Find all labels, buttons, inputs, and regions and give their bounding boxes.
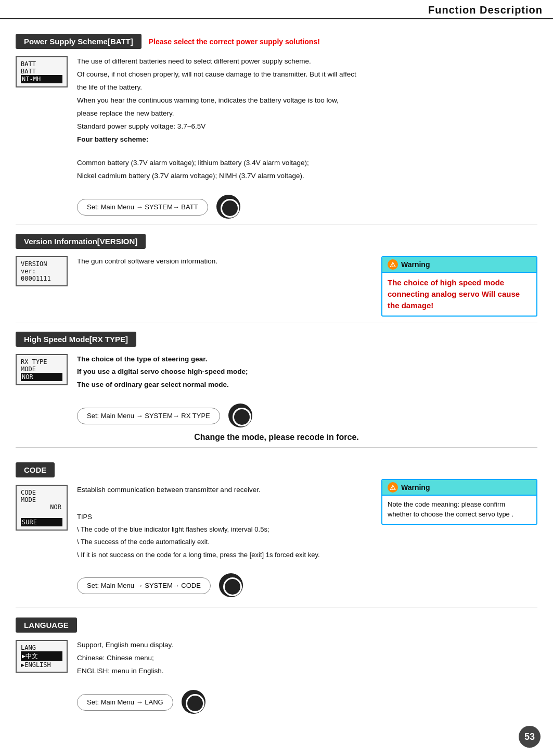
hs-line-3: NOR [21,373,62,381]
lang-line-2: ▶中文 [21,651,62,661]
ps-line-1: The use of different batteries need to s… [77,56,537,67]
language-text: Support, English menu display. Chinese: … [77,640,537,714]
screen-line-2: BATT [21,68,62,75]
version-content: VERSION ver: 00001111 The gun control so… [16,256,537,316]
lang-body-2: Chinese: Chinese menu; [77,653,537,664]
code-warning-title-bar: ⚠ Warning [382,480,536,496]
code-tip-3: \ If it is not success on the code for a… [77,550,373,560]
high-speed-content: RX TYPE MODE NOR The choice of the type … [16,354,537,428]
main-content: Power Supply Scheme[BATT] Please select … [0,19,553,735]
power-supply-set-path: Set: Main Menu → SYSTEM→ BATT [77,199,208,216]
code-line-4: SURE [21,518,62,526]
page-number: 53 [519,726,541,748]
high-speed-set-path: Set: Main Menu → SYSTEM→ RX TYPE [77,408,220,424]
code-line-1: CODE [21,489,62,496]
divider-1 [16,224,537,224]
code-warning-label: Warning [401,483,430,492]
high-speed-text: The choice of the type of steering gear.… [77,354,537,428]
power-supply-title: Power Supply Scheme[BATT] [16,34,142,49]
version-warning: ⚠ Warning The choice of high speed mode … [381,256,537,316]
code-screen: CODE MODE NOR SURE [16,485,68,531]
divider-4 [16,608,537,608]
high-speed-title: High Speed Mode[RX TYPE] [16,332,136,347]
lang-body-3: ENGLISH: menu in English. [77,666,537,677]
version-body: The gun control software version informa… [77,256,373,267]
screen-line-3: NI-MH [21,75,62,83]
code-line-2: MODE [21,496,62,503]
code-body: Establish communication between transmit… [77,485,373,496]
hs-body-3: The use of ordinary gear select normal m… [77,380,537,390]
lang-body-1: Support, English menu display. [77,640,537,651]
divider-3 [16,447,537,448]
version-inner-row: VERSION ver: 00001111 The gun control so… [16,256,373,286]
code-tip-1: \ The code of the blue indicator light f… [77,524,373,535]
code-warning-icon: ⚠ [388,482,398,493]
power-supply-screen: BATT BATT NI-MH [16,56,68,87]
code-tip-2: \ The success of the code automatically … [77,537,373,547]
version-text: The gun control software version informa… [77,256,373,269]
hs-line-2: MODE [21,366,62,373]
language-screen: LANG ▶中文 ▶ENGLISH [16,640,68,673]
language-title: LANGUAGE [16,618,77,633]
code-warning-box: ⚠ Warning Note the code meaning: please … [381,479,537,525]
code-section-header: CODE [16,462,373,477]
screen-line-1: BATT [21,60,62,68]
code-warning: ⚠ Warning Note the code meaning: please … [381,453,537,525]
power-supply-subtitle: Please select the correct power supply s… [149,37,320,46]
code-line-3: NOR [21,503,62,511]
language-section-header: LANGUAGE [16,618,537,633]
version-warning-body: The choice of high speed mode connecting… [382,273,536,315]
ps-line-2: Of course, if not chosen properly, will … [77,69,537,80]
hs-body-1: The choice of the type of steering gear. [77,354,537,365]
version-warning-title-bar: ⚠ Warning [382,257,536,273]
change-mode-notice: Change the mode, please recode in force. [16,433,537,442]
power-supply-content: BATT BATT NI-MH The use of different bat… [16,56,537,219]
ps-line-3: the life of the battery. [77,82,537,93]
version-title: Version Information[VERSION] [16,234,146,249]
ps-line-8: Common battery (3.7V alarm voltage); lit… [77,158,537,169]
version-warning-label: Warning [401,260,430,269]
ps-line-4: When you hear the continuous warning ton… [77,95,537,106]
version-warning-icon: ⚠ [388,259,398,270]
hs-line-1: RX TYPE [21,358,62,366]
code-left: CODE CODE MODE NOR SURE Establish commun… [16,453,373,602]
high-speed-section-header: High Speed Mode[RX TYPE] [16,332,537,347]
ver-line-2: ver: [21,268,62,275]
code-tips: TIPS \ The code of the blue indicator li… [77,512,373,560]
power-supply-text: The use of different batteries need to s… [77,56,537,219]
lang-line-1: LANG [21,644,62,651]
page-header: Function Description [0,0,553,19]
ps-line-5: please replace the new battery. [77,108,537,119]
ps-line-9: Nickel cadmium battery (3.7V alarm volta… [77,171,537,182]
language-qr [182,690,205,714]
language-content: LANG ▶中文 ▶ENGLISH Support, English menu … [16,640,537,714]
language-set-path: Set: Main Menu → LANG [77,694,173,711]
power-supply-qr [216,195,240,219]
code-section: CODE CODE MODE NOR SURE Establish commun… [16,453,537,602]
code-qr [219,573,243,597]
code-title: CODE [16,462,55,477]
code-content: CODE MODE NOR SURE Establish communicati… [16,485,373,597]
version-left: VERSION ver: 00001111 The gun control so… [16,256,373,292]
high-speed-qr [228,404,252,427]
code-tips-label: TIPS [77,512,373,522]
version-screen: VERSION ver: 00001111 [16,256,68,286]
divider-2 [16,322,537,322]
code-set-path: Set: Main Menu → SYSTEM→ CODE [77,577,211,594]
power-supply-section-header: Power Supply Scheme[BATT] Please select … [16,34,537,49]
ps-line-7: Four battery scheme: [77,134,537,145]
code-warning-body: Note the code meaning: please confirm wh… [382,496,536,524]
version-section-header: Version Information[VERSION] [16,234,537,249]
version-warning-box: ⚠ Warning The choice of high speed mode … [381,256,537,316]
high-speed-screen: RX TYPE MODE NOR [16,354,68,385]
code-text: Establish communication between transmit… [77,485,373,597]
ver-line-1: VERSION [21,260,62,268]
ver-line-3: 00001111 [21,275,62,282]
hs-body-2: If you use a digital servo choose high-s… [77,367,537,377]
ps-line-6: Standard power supply voltage: 3.7~6.5V [77,121,537,132]
page-title: Function Description [428,4,543,16]
lang-line-3: ▶ENGLISH [21,661,62,669]
